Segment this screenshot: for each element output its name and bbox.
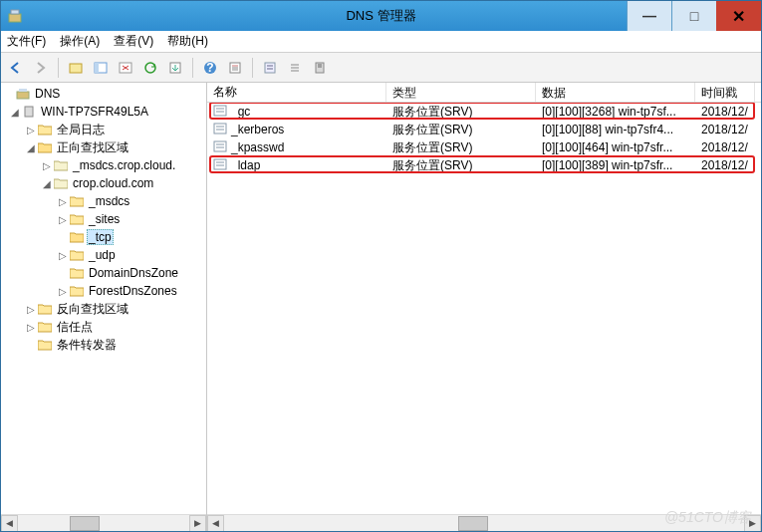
new-window-icon[interactable] — [65, 57, 87, 79]
toolbar: ? — [1, 53, 761, 83]
show-hide-tree-icon[interactable] — [90, 57, 112, 79]
window-title: DNS 管理器 — [346, 7, 415, 25]
menu-help[interactable]: 帮助(H) — [167, 33, 208, 50]
svg-rect-1 — [11, 10, 19, 14]
tree-conditional-forwarders[interactable]: 条件转发器 — [1, 336, 206, 354]
folder-icon — [69, 193, 85, 209]
tree-msdcs-zone[interactable]: ▷_msdcs.crop.cloud. — [1, 156, 206, 174]
svg-rect-4 — [95, 63, 99, 73]
svg-rect-14 — [265, 63, 275, 73]
server-node-icon — [21, 104, 37, 120]
refresh-icon[interactable] — [139, 57, 161, 79]
col-timestamp[interactable]: 时间戳 — [695, 83, 755, 102]
folder-icon — [69, 283, 85, 299]
svg-rect-23 — [17, 92, 29, 99]
back-button[interactable] — [5, 57, 27, 79]
folder-icon — [69, 211, 85, 227]
tree-panel: DNS ◢WIN-TP7SFR49L5A ▷全局日志 ◢正向查找区域 ▷_msd… — [1, 83, 207, 531]
record-icon — [213, 122, 227, 138]
menu-action[interactable]: 操作(A) — [60, 33, 100, 50]
list-body: _gc 服务位置(SRV) [0][100][3268] win-tp7sf..… — [207, 103, 761, 514]
svg-rect-24 — [19, 89, 27, 92]
col-data[interactable]: 数据 — [536, 83, 695, 102]
tree-sub-forestdnszones[interactable]: ▷ForestDnsZones — [1, 282, 206, 300]
close-button[interactable]: ✕ — [716, 1, 761, 31]
svg-rect-2 — [70, 64, 82, 73]
list-row[interactable]: _gc 服务位置(SRV) [0][100][3268] win-tp7sf..… — [207, 103, 761, 121]
folder-icon — [69, 247, 85, 263]
list-header: 名称 类型 数据 时间戳 — [207, 83, 761, 103]
server-icon[interactable] — [309, 57, 331, 79]
svg-rect-32 — [214, 141, 226, 151]
svg-rect-35 — [214, 159, 226, 169]
minimize-button[interactable]: — — [627, 1, 671, 31]
export-icon[interactable] — [164, 57, 186, 79]
properties-icon[interactable] — [224, 57, 246, 79]
tree-sub-msdcs[interactable]: ▷_msdcs — [1, 192, 206, 210]
list-panel: 名称 类型 数据 时间戳 _gc 服务位置(SRV) [0][100][3268… — [207, 83, 761, 531]
tree-sub-udp[interactable]: ▷_udp — [1, 246, 206, 264]
list-icon[interactable] — [284, 57, 306, 79]
col-type[interactable]: 类型 — [386, 83, 536, 102]
app-icon — [7, 8, 23, 24]
tree-sub-tcp[interactable]: _tcp — [1, 228, 206, 246]
tree-sub-domaindnszone[interactable]: DomainDnsZone — [1, 264, 206, 282]
svg-text:?: ? — [206, 61, 213, 75]
col-name[interactable]: 名称 — [207, 83, 386, 102]
title-bar: DNS 管理器 — □ ✕ — [1, 1, 761, 31]
folder-icon — [37, 337, 53, 353]
record-icon — [213, 157, 227, 174]
watermark: @51CTO博客 — [664, 509, 751, 527]
menu-view[interactable]: 查看(V) — [114, 33, 153, 50]
menu-bar: 文件(F) 操作(A) 查看(V) 帮助(H) — [1, 31, 761, 53]
delete-icon[interactable] — [115, 57, 136, 79]
folder-icon — [37, 122, 53, 137]
main-area: DNS ◢WIN-TP7SFR49L5A ▷全局日志 ◢正向查找区域 ▷_msd… — [1, 83, 761, 531]
svg-rect-26 — [214, 106, 226, 116]
svg-rect-29 — [214, 124, 226, 133]
folder-open-icon — [69, 229, 85, 245]
tree-server[interactable]: ◢WIN-TP7SFR49L5A — [1, 103, 206, 121]
tree-global-log[interactable]: ▷全局日志 — [1, 121, 206, 138]
dns-icon — [15, 86, 31, 102]
maximize-button[interactable]: □ — [671, 1, 716, 31]
filter-icon[interactable] — [259, 57, 281, 79]
list-row[interactable]: _kerberos 服务位置(SRV) [0][100][88] win-tp7… — [207, 121, 761, 138]
record-icon — [213, 139, 227, 156]
tree-reverse-zone[interactable]: ▷反向查找区域 — [1, 300, 206, 318]
menu-file[interactable]: 文件(F) — [7, 33, 46, 50]
tree-root-dns[interactable]: DNS — [1, 85, 206, 103]
svg-rect-0 — [9, 14, 21, 22]
zone-icon — [53, 175, 69, 191]
folder-icon — [37, 319, 53, 335]
record-icon — [213, 104, 227, 121]
list-row[interactable]: _ldap 服务位置(SRV) [0][100][389] win-tp7sfr… — [207, 156, 761, 174]
window-buttons: — □ ✕ — [627, 1, 761, 31]
folder-icon — [69, 265, 85, 281]
folder-open-icon — [37, 139, 53, 155]
tree-trust-points[interactable]: ▷信任点 — [1, 318, 206, 336]
tree-hscroll[interactable]: ◀▶ — [1, 514, 206, 531]
forward-button[interactable] — [30, 57, 52, 79]
tree-forward-zone[interactable]: ◢正向查找区域 — [1, 138, 206, 156]
tree-crop-zone[interactable]: ◢crop.cloud.com — [1, 174, 206, 192]
list-row[interactable]: _kpasswd 服务位置(SRV) [0][100][464] win-tp7… — [207, 138, 761, 156]
tree-sub-sites[interactable]: ▷_sites — [1, 210, 206, 228]
svg-rect-25 — [25, 107, 33, 117]
folder-icon — [37, 301, 53, 317]
zone-icon — [53, 157, 69, 173]
help-icon[interactable]: ? — [199, 57, 221, 79]
